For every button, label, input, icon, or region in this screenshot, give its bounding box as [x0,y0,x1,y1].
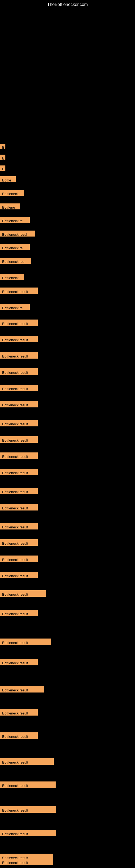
bottleneck-result-label: Bottleneck re [0,217,30,223]
bottleneck-result-label: Bottle [0,176,16,182]
bottleneck-result-label: Bottleneck result [0,401,38,407]
bottleneck-result-label: Bottleneck result [0,319,38,326]
bottleneck-result-label: Bottleneck result [0,758,54,765]
bottleneck-result-label: Bottleneck result [0,686,44,692]
bottleneck-result-label: Bottleneck re [0,304,30,310]
bottleneck-result-label: Bottleneck result [0,709,38,716]
bottleneck-result-label: Bottleneck result [0,639,51,645]
bottleneck-result-label: Bottleneck result [0,539,38,546]
bottleneck-result-label: Bottleneck result [0,590,46,597]
bottleneck-result-label: Bottleneck result [0,781,56,788]
bottleneck-result-label: Bottleneck result [0,830,56,836]
bottleneck-result-label: Bottleneck resul [0,230,35,237]
bottleneck-result-label: Bottleneck result [0,384,38,391]
bottleneck-result-label: Bottleneck result [0,336,38,342]
bottleneck-result-label: Bottleneck result [0,287,38,294]
bottleneck-result-label: Bottleneck result [0,733,38,739]
bottleneck-result-label: Bottleneck result [0,488,38,494]
bottleneck-result-label: B [0,144,5,149]
bottleneck-result-label: Bottleneck result [0,453,38,459]
bottleneck-result-label: Bottleneck result [0,659,38,665]
bottleneck-result-label: Bottleneck result [0,859,53,865]
bottleneck-result-label: Bottleneck result [0,572,38,578]
bottleneck-result-label: Bottlene [0,204,20,209]
bottleneck-result-label: Bottleneck result [0,420,38,426]
bottleneck-result-label: B [0,155,5,160]
bottleneck-result-label: Bottleneck result [0,523,38,529]
bottleneck-result-label: B [0,165,5,171]
bottleneck-result-label: Bottleneck result [0,556,38,562]
bottleneck-result-label: Bottleneck result [0,368,38,375]
bottleneck-result-label: Bottleneck re [0,244,30,250]
bottleneck-result-label: Bottleneck result [0,504,38,510]
bottleneck-result-label: Bottleneck result [0,436,38,443]
site-title: TheBottlenecker.com [47,2,88,7]
bottleneck-result-label: Bottleneck result [0,806,56,813]
bottleneck-result-label: Bottleneck [0,274,24,280]
bottleneck-result-label: Bottleneck [0,190,24,196]
bottleneck-result-label: Bottleneck result [0,469,38,475]
bottleneck-result-label: Bottleneck result [0,352,38,359]
bottleneck-result-label: Bottleneck res [0,258,31,264]
bottleneck-result-label: Bottleneck result [0,610,38,616]
